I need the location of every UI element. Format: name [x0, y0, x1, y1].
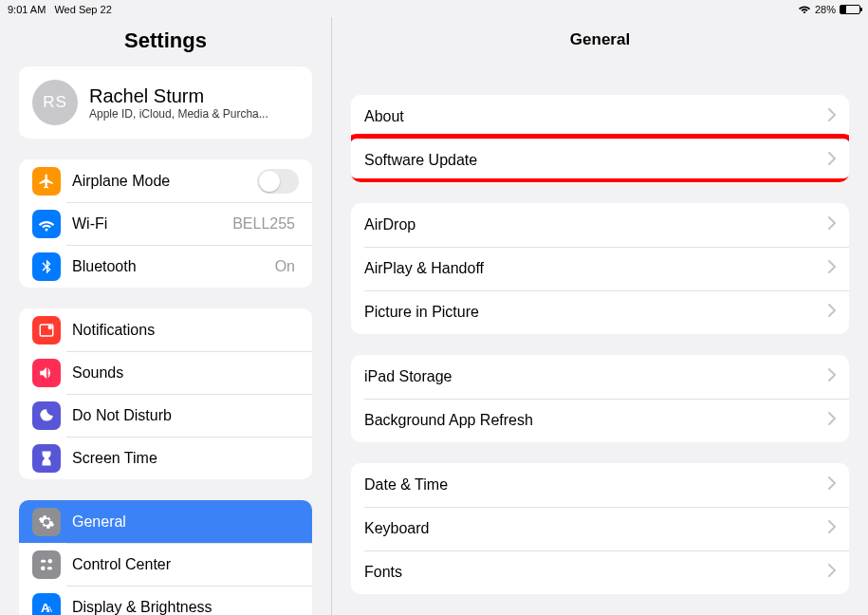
- detail-row-about[interactable]: About: [351, 95, 849, 139]
- detail-row-airdrop[interactable]: AirDrop: [351, 203, 849, 247]
- toggle-switch[interactable]: [257, 169, 299, 194]
- sidebar-item-label: Screen Time: [72, 450, 299, 467]
- detail-row-label: Background App Refresh: [364, 412, 828, 429]
- detail-row-airplay-handoff[interactable]: AirPlay & Handoff: [351, 247, 849, 290]
- chevron-right-icon: [828, 564, 836, 581]
- profile-row[interactable]: RS Rachel Sturm Apple ID, iCloud, Media …: [19, 66, 312, 139]
- svg-point-1: [48, 325, 53, 329]
- detail-row-label: AirPlay & Handoff: [364, 260, 828, 277]
- status-left: 9:01 AM Wed Sep 22: [8, 4, 118, 15]
- dnd-icon: [32, 401, 61, 430]
- notifications-icon: [32, 316, 61, 345]
- detail-title: General: [332, 17, 868, 63]
- svg-text:A: A: [46, 605, 52, 614]
- detail-row-background-app-refresh[interactable]: Background App Refresh: [351, 399, 849, 442]
- detail-row-keyboard[interactable]: Keyboard: [351, 507, 849, 550]
- screentime-icon: [32, 444, 61, 473]
- chevron-right-icon: [828, 304, 836, 321]
- chevron-right-icon: [828, 368, 836, 385]
- chevron-right-icon: [828, 412, 836, 429]
- detail-row-label: Fonts: [364, 564, 828, 581]
- sidebar-item-airplane[interactable]: Airplane Mode: [19, 159, 312, 202]
- sidebar-item-label: Display & Brightness: [72, 599, 299, 616]
- controlcenter-icon: [32, 550, 61, 579]
- general-icon: [32, 508, 61, 536]
- detail-row-label: AirDrop: [364, 216, 828, 233]
- sidebar-item-label: Control Center: [72, 556, 299, 573]
- profile-subtitle: Apple ID, iCloud, Media & Purcha...: [89, 107, 268, 121]
- sidebar-item-sounds[interactable]: Sounds: [19, 351, 312, 394]
- display-icon: AA: [32, 593, 61, 616]
- sidebar-item-label: Do Not Disturb: [72, 407, 299, 424]
- chevron-right-icon: [828, 216, 836, 233]
- detail-row-label: Keyboard: [364, 520, 828, 537]
- sidebar-item-value: On: [275, 258, 295, 275]
- avatar: RS: [32, 80, 78, 125]
- sidebar-item-wifi[interactable]: Wi-FiBELL255: [19, 202, 312, 245]
- detail-row-fonts[interactable]: Fonts: [351, 550, 849, 594]
- bluetooth-icon: [32, 252, 61, 281]
- battery-percent: 28%: [815, 4, 836, 15]
- sidebar-item-value: BELL255: [232, 215, 295, 233]
- svg-point-4: [41, 566, 46, 570]
- chevron-right-icon: [828, 520, 836, 537]
- detail-row-label: About: [364, 108, 828, 125]
- airplane-icon: [32, 167, 61, 196]
- sidebar-item-label: Bluetooth: [72, 258, 275, 275]
- detail-row-label: Date & Time: [364, 476, 828, 494]
- sidebar-item-label: Airplane Mode: [72, 173, 257, 190]
- settings-sidebar: Settings RS Rachel Sturm Apple ID, iClou…: [0, 17, 332, 615]
- sidebar-title: Settings: [0, 17, 331, 66]
- detail-row-label: iPad Storage: [364, 368, 828, 385]
- sidebar-item-notifications[interactable]: Notifications: [19, 308, 312, 351]
- detail-row-date-time[interactable]: Date & Time: [351, 463, 849, 507]
- sidebar-item-label: Sounds: [72, 364, 299, 382]
- profile-name: Rachel Sturm: [89, 85, 268, 107]
- sidebar-item-screentime[interactable]: Screen Time: [19, 437, 312, 479]
- chevron-right-icon: [828, 260, 836, 277]
- detail-row-picture-in-picture[interactable]: Picture in Picture: [351, 290, 849, 334]
- status-right: 28%: [798, 4, 860, 15]
- sidebar-item-display[interactable]: AADisplay & Brightness: [19, 586, 312, 615]
- detail-row-software-update[interactable]: Software Update: [351, 139, 849, 182]
- sidebar-item-label: Notifications: [72, 322, 299, 339]
- status-bar: 9:01 AM Wed Sep 22 28%: [0, 0, 868, 17]
- sidebar-item-controlcenter[interactable]: Control Center: [19, 543, 312, 586]
- detail-row-label: Software Update: [364, 152, 828, 169]
- chevron-right-icon: [828, 152, 836, 169]
- chevron-right-icon: [828, 476, 836, 494]
- battery-icon: [840, 5, 860, 14]
- sidebar-item-label: General: [72, 513, 299, 531]
- detail-row-label: Picture in Picture: [364, 304, 828, 321]
- svg-rect-5: [47, 567, 52, 569]
- chevron-right-icon: [828, 108, 836, 125]
- detail-pane: General AboutSoftware UpdateAirDropAirPl…: [332, 17, 868, 615]
- sidebar-item-bluetooth[interactable]: BluetoothOn: [19, 245, 312, 288]
- status-time: 9:01 AM: [8, 4, 46, 15]
- status-date: Wed Sep 22: [54, 4, 111, 15]
- wifi-icon: [32, 210, 61, 238]
- sidebar-item-dnd[interactable]: Do Not Disturb: [19, 394, 312, 437]
- sounds-icon: [32, 359, 61, 387]
- detail-row-ipad-storage[interactable]: iPad Storage: [351, 355, 849, 399]
- sidebar-item-general[interactable]: General: [19, 500, 312, 543]
- wifi-icon: [798, 4, 811, 15]
- svg-point-3: [48, 559, 53, 564]
- sidebar-item-label: Wi-Fi: [72, 215, 232, 233]
- svg-rect-2: [41, 559, 46, 562]
